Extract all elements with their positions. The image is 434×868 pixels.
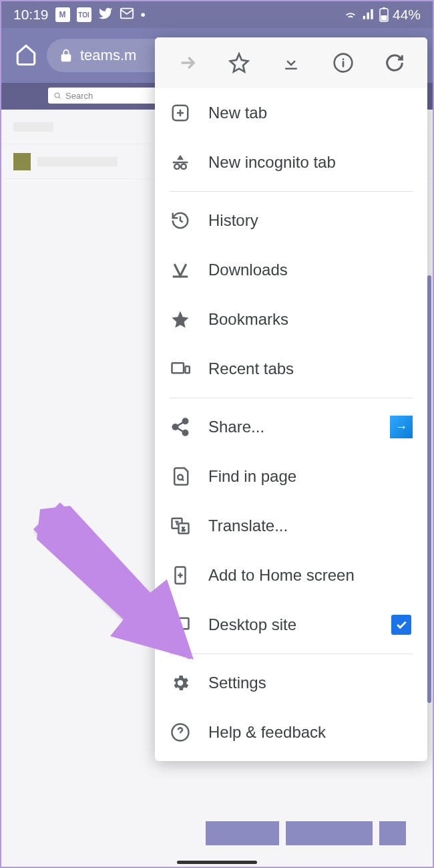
svg-rect-10 [172, 363, 184, 373]
reload-button[interactable] [380, 48, 409, 78]
divider [170, 191, 413, 192]
translate-icon [170, 515, 191, 537]
chrome-menu: New tab New incognito tab History Downlo… [155, 37, 427, 761]
forward-button[interactable] [173, 48, 202, 78]
twitter-icon [98, 6, 113, 24]
menu-incognito[interactable]: New incognito tab [155, 138, 427, 187]
clock: 10:19 [13, 7, 49, 23]
svg-point-4 [55, 93, 59, 98]
menu-recent-tabs[interactable]: Recent tabs [155, 344, 427, 394]
app-icon-m: M [55, 7, 70, 22]
scrollbar[interactable] [427, 275, 431, 703]
signal-icon [362, 8, 375, 21]
menu-label: Find in page [208, 467, 413, 486]
menu-label: Recent tabs [208, 359, 413, 378]
bookmarks-icon [170, 309, 191, 330]
menu-history[interactable]: History [155, 196, 427, 245]
menu-label: Bookmarks [208, 310, 413, 329]
menu-translate[interactable]: Translate... [155, 501, 427, 551]
menu-downloads[interactable]: Downloads [155, 245, 427, 295]
menu-settings[interactable]: Settings [155, 658, 427, 708]
svg-point-14 [183, 430, 188, 436]
history-icon [170, 210, 191, 231]
divider [170, 398, 413, 398]
menu-label: New tab [208, 104, 413, 122]
url-text: teams.m [80, 47, 136, 64]
find-icon [170, 466, 191, 487]
lock-icon [59, 48, 73, 63]
download-button[interactable] [276, 48, 306, 78]
menu-new-tab[interactable]: New tab [155, 88, 427, 138]
app-icon-toi: TOI [77, 7, 91, 22]
menu-label: Settings [208, 674, 413, 692]
menu-find[interactable]: Find in page [155, 452, 427, 501]
menu-label: History [208, 211, 413, 230]
menu-desktop-site[interactable]: Desktop site [155, 600, 427, 649]
downloads-icon [170, 259, 191, 281]
battery-pct: 44% [393, 7, 421, 23]
svg-rect-5 [285, 68, 297, 70]
help-icon [170, 722, 191, 743]
status-bar: 10:19 M TOI • 44% [1, 1, 433, 28]
svg-rect-3 [381, 15, 387, 21]
svg-point-13 [173, 424, 178, 430]
svg-point-9 [181, 164, 186, 170]
svg-point-12 [183, 419, 188, 424]
desktop-icon [170, 614, 191, 635]
new-tab-icon [170, 102, 191, 124]
menu-label: Translate... [208, 517, 413, 535]
svg-rect-2 [383, 7, 385, 9]
menu-label: Downloads [208, 261, 413, 279]
menu-add-home[interactable]: Add to Home screen [155, 551, 427, 600]
menu-label: Add to Home screen [208, 566, 413, 585]
more-notif-icon: • [141, 7, 146, 23]
menu-label: Help & feedback [208, 723, 413, 742]
menu-label: New incognito tab [208, 153, 413, 172]
svg-rect-19 [172, 618, 189, 629]
settings-icon [170, 672, 191, 694]
incognito-icon [170, 152, 191, 173]
nav-handle[interactable] [177, 861, 257, 864]
avatar [13, 153, 31, 170]
menu-label: Desktop site [208, 615, 373, 634]
gmail-icon [120, 6, 134, 24]
desktop-checkbox[interactable] [390, 613, 413, 636]
menu-bookmarks[interactable]: Bookmarks [155, 295, 427, 344]
home-icon[interactable] [15, 43, 37, 68]
share-icon [170, 416, 191, 438]
battery-icon [379, 7, 389, 22]
share-target-icon: → [390, 416, 413, 438]
bookmark-button[interactable] [224, 48, 254, 78]
wifi-icon [343, 7, 358, 22]
recent-tabs-icon [170, 358, 191, 380]
menu-label: Share... [208, 418, 373, 436]
svg-rect-11 [186, 366, 190, 373]
divider [170, 654, 413, 654]
search-icon [53, 92, 61, 100]
search-placeholder: Search [65, 91, 93, 101]
menu-share[interactable]: Share... → [155, 402, 427, 452]
svg-point-8 [174, 164, 180, 170]
add-home-icon [170, 565, 191, 586]
info-button[interactable] [329, 48, 358, 78]
menu-help[interactable]: Help & feedback [155, 708, 427, 757]
